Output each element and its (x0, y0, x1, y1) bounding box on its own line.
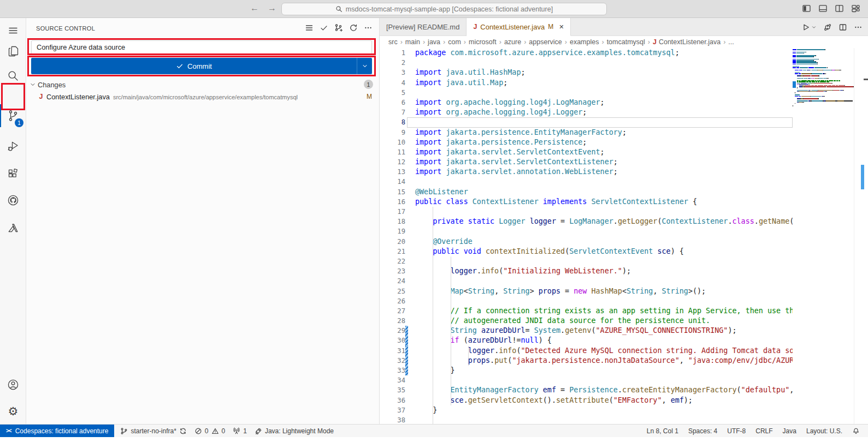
github-icon (7, 194, 20, 207)
sidebar-item-run-debug[interactable] (0, 135, 26, 158)
sidebar-item-extensions[interactable] (0, 163, 26, 186)
customize-layout-icon[interactable] (851, 4, 860, 13)
tab-label: ContextListener.java (480, 23, 545, 31)
notifications-bell[interactable] (847, 425, 865, 437)
view-as-list-icon[interactable] (305, 23, 314, 32)
settings-button[interactable]: ⚙ (0, 399, 26, 422)
chevron-right-icon: › (524, 38, 526, 46)
line-number: 10 (380, 138, 405, 147)
java-status-label: Java: Lightweight Mode (265, 427, 334, 435)
close-tab-icon[interactable]: ✕ (559, 23, 564, 31)
git-modified-gutter-marker[interactable] (405, 356, 408, 366)
breadcrumb-item[interactable]: src (388, 38, 398, 46)
breadcrumb-item[interactable]: main (405, 38, 420, 46)
line-number: 34 (380, 375, 405, 385)
encoding-status[interactable]: UTF-8 (722, 425, 751, 437)
cursor-position-status[interactable]: Ln 8, Col 1 (642, 425, 683, 437)
ports-status[interactable]: 1 (229, 425, 251, 437)
commit-message-input[interactable] (31, 40, 372, 54)
breadcrumb-item[interactable]: java (428, 38, 440, 46)
more-actions-icon[interactable] (854, 23, 863, 32)
overview-ruler[interactable] (854, 48, 868, 424)
git-modified-gutter-marker[interactable] (405, 346, 408, 356)
sidebar-item-search[interactable] (0, 64, 26, 87)
accounts-button[interactable] (0, 373, 26, 396)
more-actions-icon[interactable] (364, 23, 373, 32)
back-icon[interactable]: ← (250, 3, 259, 13)
git-modified-gutter-marker[interactable] (405, 366, 408, 375)
refresh-icon[interactable] (349, 23, 358, 32)
breadcrumb-item[interactable]: azure (504, 38, 521, 46)
tab-contextlistener[interactable]: J ContextListener.java M ✕ (467, 18, 571, 36)
modified-status-badge: M (367, 93, 372, 100)
minimap-changed-marker (793, 81, 796, 88)
code-editor[interactable]: 1package com.microsoft.azure.appservice.… (380, 48, 868, 424)
line-number: 36 (380, 396, 405, 405)
modified-badge: M (548, 23, 553, 31)
chevron-right-icon: › (464, 38, 466, 46)
gear-icon: ⚙ (8, 405, 19, 417)
toggle-primary-sidebar-icon[interactable] (802, 4, 811, 13)
run-java-button[interactable] (801, 23, 817, 32)
search-icon (7, 69, 20, 82)
commit-dropdown-button[interactable] (357, 58, 372, 74)
chevron-right-icon: › (723, 38, 725, 46)
line-number: 19 (380, 226, 405, 236)
sidebar-item-azure[interactable] (0, 217, 26, 240)
breadcrumb-item[interactable]: ... (728, 38, 734, 46)
line-number: 18 (380, 217, 405, 226)
branch-name: starter-no-infra* (131, 427, 176, 435)
open-changes-icon[interactable] (823, 23, 832, 32)
forward-icon[interactable]: → (268, 3, 276, 13)
run-debug-icon (7, 140, 20, 153)
indentation-status[interactable]: Spaces: 4 (683, 425, 722, 437)
java-status[interactable]: Java: Lightweight Mode (251, 425, 338, 437)
breadcrumb-item[interactable]: tomcatmysql (607, 38, 645, 46)
commit-check-icon[interactable] (320, 23, 328, 32)
hamburger-menu-icon (8, 25, 19, 36)
line-number: 33 (380, 366, 405, 375)
line-number: 14 (380, 177, 405, 187)
warning-count: 0 (222, 427, 226, 435)
changes-section-header[interactable]: Changes 1 (26, 79, 379, 90)
source-control-badge: 1 (15, 118, 23, 127)
tab-label: [Preview] README.md (386, 23, 459, 31)
remote-indicator[interactable]: >< Codespaces: fictional adventure (0, 425, 114, 437)
indent-guide (433, 207, 433, 424)
breadcrumb-item[interactable]: JContextListener.java (653, 38, 721, 46)
toggle-secondary-sidebar-icon[interactable] (835, 4, 844, 13)
line-number: 4 (380, 78, 405, 88)
commit-button[interactable]: Commit (31, 58, 372, 74)
keyboard-layout-status[interactable]: Layout: U.S. (801, 425, 847, 437)
toggle-panel-icon[interactable] (818, 4, 828, 13)
split-editor-icon[interactable] (839, 23, 847, 32)
git-modified-gutter-marker[interactable] (405, 326, 408, 336)
run-icon (801, 23, 810, 32)
sidebar-item-source-control[interactable]: 1 (0, 104, 26, 127)
tab-readme-preview[interactable]: [Preview] README.md (380, 18, 467, 36)
minimap-content (793, 49, 854, 106)
line-number: 26 (380, 296, 405, 306)
language-mode-status[interactable]: Java (778, 425, 801, 437)
create-branch-icon[interactable] (334, 23, 343, 32)
remote-label: Codespaces: fictional adventure (15, 427, 109, 435)
check-icon (176, 62, 184, 70)
sidebar-item-explorer[interactable] (0, 40, 26, 63)
git-modified-gutter-marker[interactable] (405, 336, 408, 345)
problems-status[interactable]: 0 0 (191, 425, 229, 437)
search-icon (335, 5, 343, 13)
minimap[interactable] (793, 49, 854, 424)
eol-status[interactable]: CRLF (751, 425, 777, 437)
sidebar-item-github[interactable] (0, 189, 26, 212)
breadcrumb-item[interactable]: microsoft (469, 38, 497, 46)
branch-status[interactable]: starter-no-infra* (116, 425, 190, 437)
menu-button[interactable] (0, 19, 26, 42)
error-count: 0 (205, 427, 209, 435)
java-file-icon: J (653, 38, 657, 46)
line-number: 15 (380, 187, 405, 197)
breadcrumb-item[interactable]: appservice (529, 38, 562, 46)
breadcrumb-item[interactable]: com (448, 38, 461, 46)
breadcrumb-item[interactable]: examples (570, 38, 599, 46)
command-center-search[interactable]: msdocs-tomcat-mysql-sample-app [Codespac… (281, 3, 607, 15)
changed-file-row[interactable]: J ContextListener.java src/main/java/com… (26, 91, 379, 103)
